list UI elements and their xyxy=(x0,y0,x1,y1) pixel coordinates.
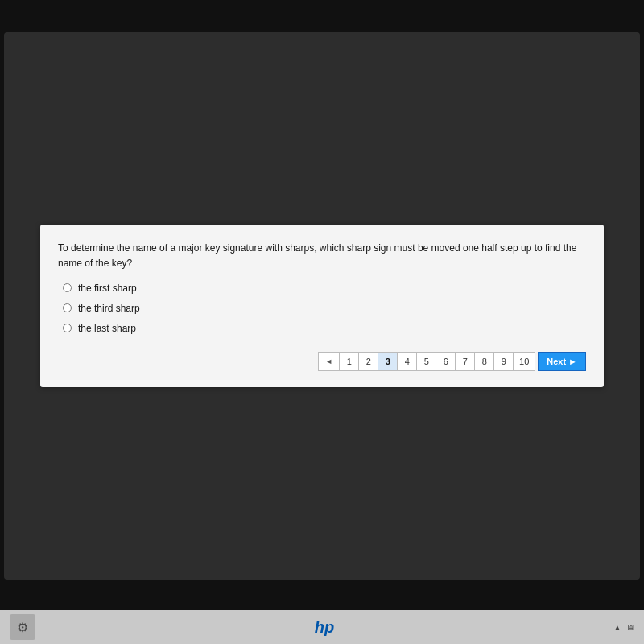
option-item-3[interactable]: the last sharp xyxy=(63,323,586,334)
quiz-card: To determine the name of a major key sig… xyxy=(40,225,604,386)
option-item-1[interactable]: the first sharp xyxy=(63,283,586,294)
page-button-6[interactable]: 6 xyxy=(436,352,455,371)
desktop-background: To determine the name of a major key sig… xyxy=(0,0,644,644)
question-text: To determine the name of a major key sig… xyxy=(58,241,586,270)
page-button-8[interactable]: 8 xyxy=(474,352,493,371)
radio-2[interactable] xyxy=(63,303,72,312)
tray-icon-2: 🖥 xyxy=(626,623,634,632)
options-list: the first sharp the third sharp the last… xyxy=(58,283,586,334)
page-button-9[interactable]: 9 xyxy=(493,352,513,371)
prev-page-button[interactable]: ◄ xyxy=(318,352,339,371)
page-button-3[interactable]: 3 xyxy=(378,352,397,371)
tray-icon-1: ▲ xyxy=(613,623,621,632)
option-label-1: the first sharp xyxy=(78,283,137,294)
page-button-1[interactable]: 1 xyxy=(339,352,358,371)
taskbar: ⚙ hp ▲ 🖥 xyxy=(0,610,644,644)
option-label-2: the third sharp xyxy=(78,303,140,314)
radio-1[interactable] xyxy=(63,283,72,292)
system-tray: ▲ 🖥 xyxy=(613,623,634,632)
settings-icon: ⚙ xyxy=(17,620,28,635)
page-button-5[interactable]: 5 xyxy=(416,352,436,371)
page-button-4[interactable]: 4 xyxy=(397,352,416,371)
hp-logo: hp xyxy=(315,618,334,637)
next-button[interactable]: Next ► xyxy=(538,352,586,371)
page-button-10[interactable]: 10 xyxy=(513,352,535,371)
radio-3[interactable] xyxy=(63,324,72,332)
settings-button[interactable]: ⚙ xyxy=(10,614,35,640)
pagination-row: ◄ 1 2 3 4 5 6 7 8 9 10 Next ► xyxy=(58,352,586,371)
option-item-2[interactable]: the third sharp xyxy=(63,303,586,314)
page-button-7[interactable]: 7 xyxy=(455,352,474,371)
option-label-3: the last sharp xyxy=(78,323,136,334)
screen-area: To determine the name of a major key sig… xyxy=(4,32,640,580)
page-button-2[interactable]: 2 xyxy=(358,352,378,371)
